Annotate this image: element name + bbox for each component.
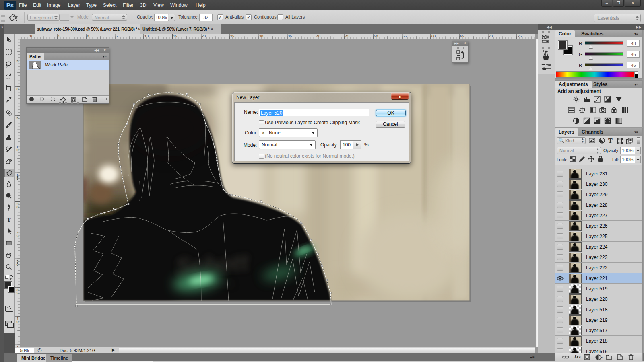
svg-text:T: T	[7, 216, 11, 223]
